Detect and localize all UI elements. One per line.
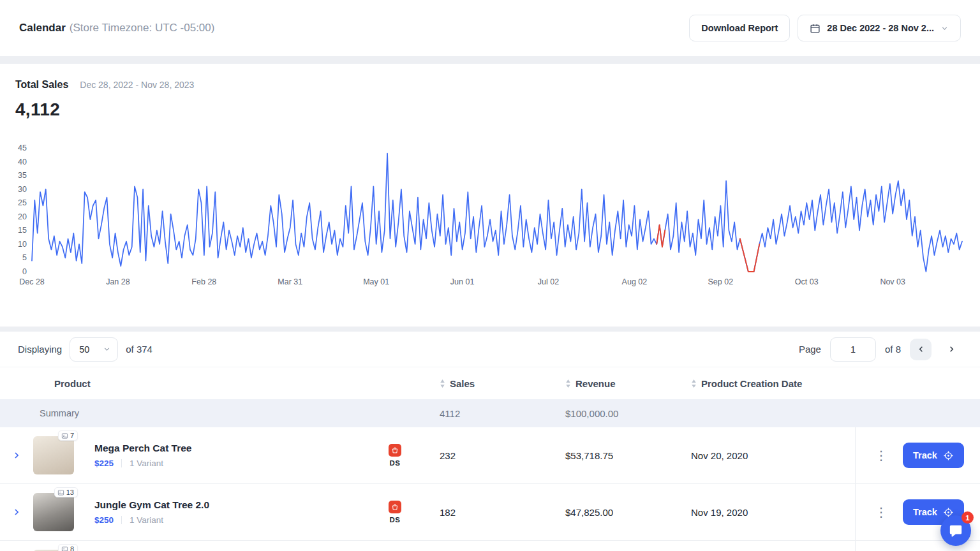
shopping-bag-icon: [389, 501, 401, 513]
store-timezone: (Store Timezone: UTC -05:00): [70, 22, 215, 34]
product-info: Mega Perch Cat Tree $225 1 Variant: [89, 443, 373, 468]
row-menu-button[interactable]: ⋮: [870, 503, 893, 521]
page-size-select[interactable]: 50: [70, 337, 118, 362]
track-button[interactable]: Track: [903, 443, 964, 468]
previous-page-button[interactable]: [910, 339, 932, 360]
chart-title: Total Sales: [15, 79, 68, 91]
table-row: 7 Mega Perch Cat Tree $225 1 Variant DS …: [0, 427, 980, 484]
next-page-button[interactable]: [940, 339, 962, 360]
creation-date: Nov 19, 2020: [682, 507, 855, 518]
product-price: $225: [94, 459, 114, 468]
chat-icon: [949, 524, 963, 538]
product-thumbnail: 13: [33, 493, 74, 531]
picture-icon: [57, 489, 64, 496]
date-range-label: 28 Dec 2022 - 28 Nov 2...: [827, 23, 934, 33]
image-count-badge: 7: [58, 430, 78, 441]
row-menu-button[interactable]: ⋮: [870, 446, 893, 464]
chart-x-axis: Dec 28Jan 28Feb 28Mar 31May 01Jun 01Jul …: [32, 277, 962, 290]
creation-date: Nov 20, 2020: [682, 450, 855, 461]
sort-icon: [440, 379, 445, 388]
total-sales-card: Total Sales Dec 28, 2022 - Nov 28, 2023 …: [0, 64, 980, 327]
divider: [121, 516, 122, 524]
column-header-creation-date[interactable]: Product Creation Date: [682, 378, 855, 389]
expand-row-button[interactable]: [0, 427, 33, 483]
revenue-value: $47,825.00: [556, 507, 682, 518]
page-title-text: Calendar: [19, 22, 66, 34]
variant-count: 1 Variant: [130, 459, 163, 468]
total-results-label: of 374: [126, 344, 152, 355]
chart-y-axis: 454035302520151050: [15, 148, 32, 272]
table-header-row: Product Sales Revenue Product Creation D…: [0, 367, 980, 399]
summary-label: Summary: [0, 408, 373, 418]
sort-icon: [691, 379, 697, 388]
product-image: [33, 436, 74, 474]
calendar-icon: [810, 23, 820, 34]
expand-row-button[interactable]: [0, 484, 33, 540]
chart-date-range: Dec 28, 2022 - Nov 28, 2023: [80, 80, 194, 90]
chevron-left-icon: [916, 344, 926, 354]
supplier-code: DS: [390, 459, 401, 467]
table-row: 8: [0, 541, 980, 551]
picture-icon: [61, 432, 68, 439]
chart-plot-area: [32, 148, 962, 272]
column-header-revenue[interactable]: Revenue: [556, 378, 682, 389]
target-icon: [943, 450, 954, 461]
column-header-sales[interactable]: Sales: [431, 378, 556, 389]
date-range-picker[interactable]: 28 Dec 2022 - 28 Nov 2...: [798, 15, 961, 41]
table-row: 13 Jungle Gym Cat Tree 2.0 $250 1 Varian…: [0, 484, 980, 541]
page-number-input[interactable]: [830, 337, 876, 362]
download-report-button[interactable]: Download Report: [689, 15, 790, 41]
picture-icon: [61, 546, 68, 551]
chevron-down-icon: [940, 24, 949, 33]
chevron-right-icon: [11, 507, 22, 517]
displaying-label: Displaying: [18, 344, 62, 355]
page-label: Page: [799, 344, 821, 355]
product-name: Jungle Gym Cat Tree 2.0: [94, 499, 373, 511]
product-price: $250: [94, 515, 114, 525]
page-header: Calendar(Store Timezone: UTC -05:00) Dow…: [0, 0, 980, 56]
total-sales-value: 4,112: [15, 99, 962, 120]
summary-row: Summary 4112 $100,000.00: [0, 399, 980, 427]
summary-revenue: $100,000.00: [556, 408, 682, 419]
product-thumbnail: 7: [33, 436, 74, 474]
column-header-product: Product: [0, 378, 373, 389]
page-title: Calendar(Store Timezone: UTC -05:00): [19, 22, 214, 34]
product-image: [33, 493, 74, 531]
product-info: Jungle Gym Cat Tree 2.0 $250 1 Variant: [89, 499, 373, 525]
row-actions: ⋮ Track: [855, 427, 980, 483]
download-report-label: Download Report: [701, 23, 778, 33]
dropship-supplier-button[interactable]: DS: [381, 500, 409, 524]
supplier-code: DS: [390, 516, 401, 524]
dropship-supplier-button[interactable]: DS: [381, 443, 409, 467]
unread-count-badge: 1: [961, 511, 974, 524]
shopping-bag-icon: [389, 444, 401, 457]
product-name: Mega Perch Cat Tree: [94, 443, 373, 454]
chevron-right-icon: [11, 450, 22, 460]
chevron-down-icon: [103, 345, 111, 353]
chat-widget-button[interactable]: 1: [940, 515, 971, 546]
variant-count: 1 Variant: [130, 515, 163, 525]
summary-sales: 4112: [431, 408, 556, 419]
sales-line-chart: 454035302520151050 Dec 28Jan 28Feb 28Mar…: [15, 148, 962, 290]
products-table-card: Displaying 50 of 374 Page of 8 Product S…: [0, 332, 980, 551]
page-size-value: 50: [79, 344, 89, 355]
table-toolbar: Displaying 50 of 374 Page of 8: [0, 332, 980, 367]
chevron-right-icon: [947, 344, 956, 354]
sales-value: 232: [431, 450, 556, 461]
revenue-value: $53,718.75: [556, 450, 682, 461]
image-count-badge: 13: [54, 487, 78, 497]
image-count-badge: 8: [58, 544, 78, 551]
sales-value: 182: [431, 507, 556, 518]
sort-icon: [565, 379, 571, 388]
divider: [121, 459, 122, 467]
page-count-label: of 8: [885, 344, 901, 355]
